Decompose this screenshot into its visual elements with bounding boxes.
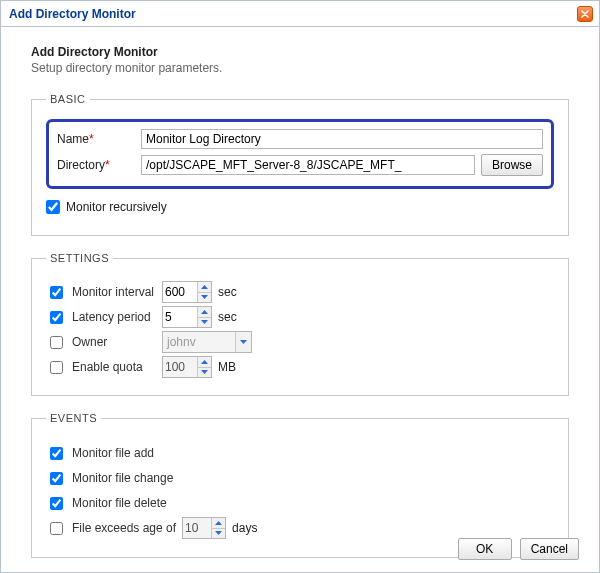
dialog-footer: OK Cancel: [458, 538, 579, 560]
spinner-down[interactable]: [198, 293, 211, 303]
file-delete-row: Monitor file delete: [46, 493, 554, 513]
chevron-up-icon: [201, 360, 208, 364]
window-title: Add Directory Monitor: [9, 7, 136, 21]
owner-combo[interactable]: johnv: [162, 331, 252, 353]
spinner-up[interactable]: [198, 282, 211, 293]
dialog-window: Add Directory Monitor Add Directory Moni…: [0, 0, 600, 573]
file-delete-label: Monitor file delete: [72, 496, 167, 510]
file-age-checkbox[interactable]: [50, 522, 63, 535]
file-add-label: Monitor file add: [72, 446, 154, 460]
directory-row: Directory* Browse: [57, 154, 543, 176]
spinner-down[interactable]: [198, 318, 211, 328]
directory-label: Directory*: [57, 158, 135, 172]
monitor-interval-label: Monitor interval: [72, 285, 154, 299]
titlebar: Add Directory Monitor: [1, 1, 599, 27]
monitor-interval-row: Monitor interval sec: [46, 281, 554, 303]
latency-checkbox[interactable]: [50, 311, 63, 324]
chevron-up-icon: [215, 521, 222, 525]
directory-input[interactable]: [141, 155, 475, 175]
settings-fieldset: SETTINGS Monitor interval sec: [31, 252, 569, 396]
owner-checkbox[interactable]: [50, 336, 63, 349]
close-icon: [581, 10, 589, 18]
browse-button[interactable]: Browse: [481, 154, 543, 176]
combo-drop[interactable]: [235, 332, 251, 352]
quota-checkbox[interactable]: [50, 361, 63, 374]
spinner-down[interactable]: [212, 529, 225, 539]
file-add-checkbox[interactable]: [50, 447, 63, 460]
name-input[interactable]: [141, 129, 543, 149]
quota-row: Enable quota MB: [46, 356, 554, 378]
name-label: Name*: [57, 132, 135, 146]
quota-spinner[interactable]: [162, 356, 212, 378]
monitor-interval-checkbox[interactable]: [50, 286, 63, 299]
events-fieldset: EVENTS Monitor file add Monitor file cha…: [31, 412, 569, 558]
quota-label: Enable quota: [72, 360, 143, 374]
file-change-row: Monitor file change: [46, 468, 554, 488]
quota-value[interactable]: [163, 357, 197, 377]
cancel-button[interactable]: Cancel: [520, 538, 579, 560]
close-button[interactable]: [577, 6, 593, 22]
days-unit: days: [232, 521, 257, 535]
latency-spinner[interactable]: [162, 306, 212, 328]
name-row: Name*: [57, 128, 543, 150]
monitor-interval-value[interactable]: [163, 282, 197, 302]
recursive-checkbox[interactable]: [46, 200, 60, 214]
recursive-label: Monitor recursively: [66, 200, 167, 214]
file-change-label: Monitor file change: [72, 471, 173, 485]
spinner-down[interactable]: [198, 368, 211, 378]
page-subtitle: Setup directory monitor parameters.: [31, 61, 569, 75]
file-age-value[interactable]: [183, 518, 211, 538]
spinner-up[interactable]: [198, 307, 211, 318]
chevron-down-icon: [201, 370, 208, 374]
file-age-label-prefix: File exceeds age of: [72, 521, 176, 535]
chevron-up-icon: [201, 285, 208, 289]
spinner-up[interactable]: [212, 518, 225, 529]
file-delete-checkbox[interactable]: [50, 497, 63, 510]
chevron-up-icon: [201, 310, 208, 314]
file-change-checkbox[interactable]: [50, 472, 63, 485]
settings-legend: SETTINGS: [46, 252, 113, 264]
file-add-row: Monitor file add: [46, 443, 554, 463]
file-age-spinner[interactable]: [182, 517, 226, 539]
latency-value[interactable]: [163, 307, 197, 327]
sec-unit: sec: [218, 310, 237, 324]
ok-button[interactable]: OK: [458, 538, 512, 560]
sec-unit: sec: [218, 285, 237, 299]
recursive-row: Monitor recursively: [46, 197, 554, 217]
latency-row: Latency period sec: [46, 306, 554, 328]
file-age-row: File exceeds age of days: [46, 518, 554, 538]
events-legend: EVENTS: [46, 412, 101, 424]
chevron-down-icon: [201, 320, 208, 324]
owner-row: Owner johnv: [46, 331, 554, 353]
latency-label: Latency period: [72, 310, 151, 324]
basic-fieldset: BASIC Name* Directory* Browse: [31, 93, 569, 236]
required-star: *: [89, 132, 94, 146]
owner-value: johnv: [163, 335, 235, 349]
spinner-up[interactable]: [198, 357, 211, 368]
chevron-down-icon: [240, 340, 247, 344]
owner-label: Owner: [72, 335, 107, 349]
chevron-down-icon: [201, 295, 208, 299]
basic-legend: BASIC: [46, 93, 90, 105]
mb-unit: MB: [218, 360, 236, 374]
dialog-content: Add Directory Monitor Setup directory mo…: [1, 27, 599, 573]
monitor-interval-spinner[interactable]: [162, 281, 212, 303]
page-title: Add Directory Monitor: [31, 45, 569, 59]
required-star: *: [105, 158, 110, 172]
basic-highlight: Name* Directory* Browse: [46, 119, 554, 189]
chevron-down-icon: [215, 531, 222, 535]
